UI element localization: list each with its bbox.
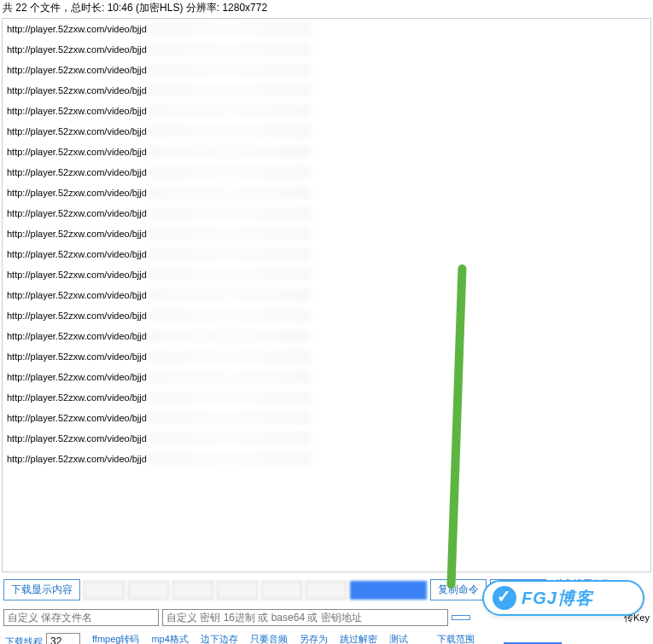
url-item[interactable]: http://player.52zxw.com/video/bjjd [3, 264, 650, 285]
extra-button[interactable] [452, 615, 470, 620]
test-label: 测试 [389, 633, 408, 644]
url-item[interactable]: http://player.52zxw.com/video/bjjd [3, 223, 650, 244]
url-item[interactable]: http://player.52zxw.com/video/bjjd [3, 39, 650, 60]
url-blurred-suffix [149, 370, 311, 384]
url-blurred-suffix [149, 63, 311, 77]
url-item[interactable]: http://player.52zxw.com/video/bjjd [3, 19, 650, 39]
url-item[interactable]: http://player.52zxw.com/video/bjjd [3, 408, 650, 428]
file-summary-header: 共 22 个文件，总时长: 10:46 (加密HLS) 分辨率: 1280x77… [0, 0, 653, 16]
url-text: http://player.52zxw.com/video/bjjd [7, 126, 147, 136]
url-item[interactable]: http://player.52zxw.com/video/bjjd [3, 203, 650, 223]
options-row: 下载线程 ffmpeg转码 mp4格式 边下边存 只要音频 另存为 跳过解密 测… [0, 629, 653, 644]
blurred-button-5[interactable] [261, 581, 302, 600]
url-item[interactable]: http://player.52zxw.com/video/bjjd [3, 305, 650, 326]
url-item[interactable]: http://player.52zxw.com/video/bjjd [3, 285, 650, 305]
key-input[interactable] [162, 609, 448, 626]
url-item[interactable]: http://player.52zxw.com/video/bjjd [3, 428, 650, 449]
url-text: http://player.52zxw.com/video/bjjd [7, 270, 147, 280]
url-text: http://player.52zxw.com/video/bjjd [7, 167, 147, 177]
url-text: http://player.52zxw.com/video/bjjd [7, 85, 147, 96]
thread-input[interactable] [46, 633, 80, 644]
url-text: http://player.52zxw.com/video/bjjd [7, 24, 147, 34]
audio-only-label: 只要音频 [250, 633, 288, 644]
blurred-button-2[interactable] [128, 581, 169, 600]
url-text: http://player.52zxw.com/video/bjjd [7, 290, 147, 300]
url-item[interactable]: http://player.52zxw.com/video/bjjd [3, 387, 650, 408]
url-item[interactable]: http://player.52zxw.com/video/bjjd [3, 183, 650, 203]
url-item[interactable]: http://player.52zxw.com/video/bjjd [3, 121, 650, 142]
url-item[interactable]: http://player.52zxw.com/video/bjjd [3, 244, 650, 264]
mp4-label: mp4格式 [151, 633, 188, 644]
blurred-button-1[interactable] [84, 581, 125, 600]
url-text: http://player.52zxw.com/video/bjjd [7, 65, 147, 75]
save-as-label: 另存为 [300, 633, 328, 644]
url-item[interactable]: http://player.52zxw.com/video/bjjd [3, 367, 650, 387]
blurred-button-3[interactable] [172, 581, 213, 600]
url-blurred-suffix [149, 309, 311, 322]
url-text: http://player.52zxw.com/video/bjjd [7, 106, 147, 116]
url-text: http://player.52zxw.com/video/bjjd [7, 372, 147, 382]
url-text: http://player.52zxw.com/video/bjjd [7, 413, 147, 423]
url-blurred-suffix [149, 288, 311, 302]
range-label: 下载范围 [437, 633, 475, 644]
blurred-button-4[interactable] [217, 581, 258, 600]
url-text: http://player.52zxw.com/video/bjjd [7, 147, 147, 157]
url-blurred-suffix [149, 84, 311, 97]
url-blurred-suffix [149, 391, 311, 404]
url-item[interactable]: http://player.52zxw.com/video/bjjd [3, 60, 650, 80]
url-blurred-suffix [149, 186, 311, 200]
url-item[interactable]: http://player.52zxw.com/video/bjjd [3, 346, 650, 367]
url-item[interactable]: http://player.52zxw.com/video/bjjd [3, 449, 650, 469]
url-blurred-suffix [149, 206, 311, 220]
url-blurred-suffix [149, 145, 311, 159]
url-blurred-suffix [149, 125, 311, 138]
watermark-logo: FGJ博客 [482, 580, 644, 616]
url-item[interactable]: http://player.52zxw.com/video/bjjd [3, 101, 650, 121]
url-text: http://player.52zxw.com/video/bjjd [7, 208, 147, 218]
url-text: http://player.52zxw.com/video/bjjd [7, 44, 147, 55]
url-text: http://player.52zxw.com/video/bjjd [7, 331, 147, 341]
skip-decrypt-label: 跳过解密 [340, 633, 377, 644]
url-text: http://player.52zxw.com/video/bjjd [7, 249, 147, 259]
url-blurred-suffix [149, 247, 311, 261]
url-blurred-suffix [149, 22, 311, 36]
thread-label: 下载线程 [5, 635, 43, 645]
url-item[interactable]: http://player.52zxw.com/video/bjjd [3, 162, 650, 183]
url-blurred-suffix [149, 268, 311, 281]
blurred-primary-button[interactable] [350, 581, 427, 600]
url-item[interactable]: http://player.52zxw.com/video/bjjd [3, 326, 650, 346]
url-blurred-suffix [149, 452, 311, 466]
blurred-button-6[interactable] [306, 581, 347, 600]
url-list[interactable]: http://player.52zxw.com/video/bjjdhttp:/… [2, 18, 651, 572]
url-blurred-suffix [149, 227, 311, 241]
url-text: http://player.52zxw.com/video/bjjd [7, 310, 147, 321]
url-text: http://player.52zxw.com/video/bjjd [7, 229, 147, 239]
url-text: http://player.52zxw.com/video/bjjd [7, 433, 147, 444]
filename-input[interactable] [3, 609, 159, 626]
url-text: http://player.52zxw.com/video/bjjd [7, 454, 147, 464]
url-blurred-suffix [149, 329, 311, 343]
ffmpeg-label: ffmpeg转码 [92, 633, 139, 644]
url-blurred-suffix [149, 165, 311, 179]
check-icon [493, 586, 516, 610]
url-text: http://player.52zxw.com/video/bjjd [7, 392, 147, 403]
download-seq-label: 边下边存 [201, 633, 238, 644]
url-blurred-suffix [149, 411, 311, 425]
logo-text: FGJ博客 [522, 587, 593, 610]
url-blurred-suffix [149, 432, 311, 445]
show-download-content-button[interactable]: 下载显示内容 [3, 579, 80, 600]
url-blurred-suffix [149, 350, 311, 363]
copy-command-button[interactable]: 复制命令 [430, 579, 487, 600]
url-text: http://player.52zxw.com/video/bjjd [7, 188, 147, 198]
url-item[interactable]: http://player.52zxw.com/video/bjjd [3, 142, 650, 162]
url-text: http://player.52zxw.com/video/bjjd [7, 351, 147, 362]
url-blurred-suffix [149, 43, 311, 56]
url-blurred-suffix [149, 104, 311, 118]
url-item[interactable]: http://player.52zxw.com/video/bjjd [3, 80, 650, 101]
